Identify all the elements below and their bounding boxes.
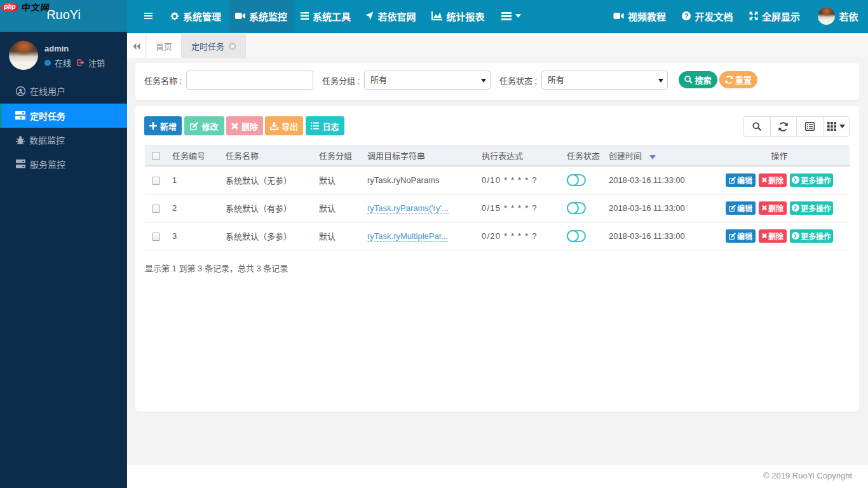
svg-text:?: ? <box>684 12 688 20</box>
